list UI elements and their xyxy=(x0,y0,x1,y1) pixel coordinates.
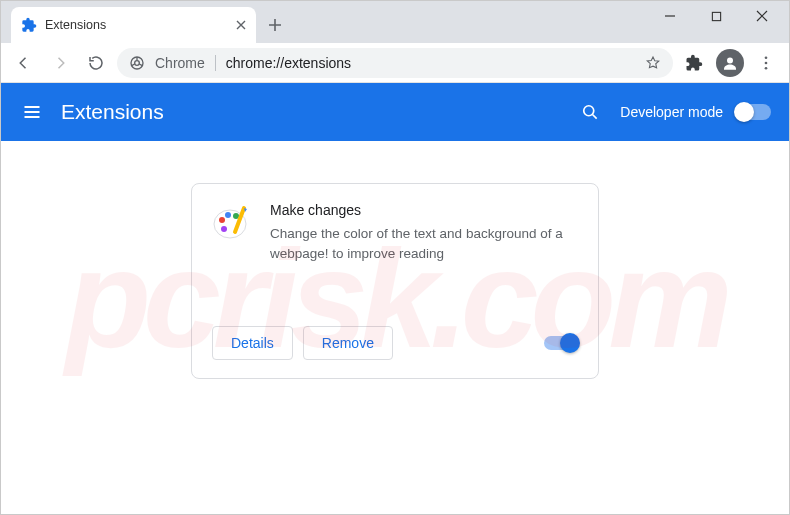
svg-point-12 xyxy=(221,226,227,232)
svg-point-3 xyxy=(727,57,733,63)
close-window-button[interactable] xyxy=(739,1,785,31)
search-icon[interactable] xyxy=(580,102,600,122)
extension-enable-toggle[interactable] xyxy=(544,336,578,350)
tab-title: Extensions xyxy=(45,18,228,32)
chrome-shield-icon xyxy=(129,55,145,71)
back-button[interactable] xyxy=(9,48,39,78)
palette-icon xyxy=(212,202,252,242)
extension-name: Make changes xyxy=(270,202,578,218)
svg-rect-0 xyxy=(712,12,720,20)
url-scheme-label: Chrome xyxy=(155,55,216,71)
svg-point-2 xyxy=(135,60,140,65)
address-bar[interactable]: Chrome chrome://extensions xyxy=(117,48,673,78)
extension-description: Change the color of the text and backgro… xyxy=(270,224,578,263)
developer-mode-label: Developer mode xyxy=(620,104,723,120)
developer-mode-toggle[interactable] xyxy=(735,104,771,120)
profile-avatar-button[interactable] xyxy=(715,48,745,78)
minimize-button[interactable] xyxy=(647,1,693,31)
svg-point-4 xyxy=(765,56,768,59)
extensions-header: Extensions Developer mode xyxy=(1,83,789,141)
browser-tab[interactable]: Extensions xyxy=(11,7,256,43)
maximize-button[interactable] xyxy=(693,1,739,31)
forward-button[interactable] xyxy=(45,48,75,78)
new-tab-button[interactable] xyxy=(260,10,290,40)
svg-point-7 xyxy=(584,106,594,116)
svg-point-10 xyxy=(225,212,231,218)
close-tab-icon[interactable] xyxy=(236,20,246,30)
puzzle-icon xyxy=(21,17,37,33)
kebab-menu-icon[interactable] xyxy=(751,48,781,78)
svg-point-9 xyxy=(219,217,225,223)
page-title: Extensions xyxy=(61,100,164,124)
hamburger-menu-icon[interactable] xyxy=(19,99,45,125)
bookmark-star-icon[interactable] xyxy=(645,55,661,71)
svg-point-6 xyxy=(765,66,768,69)
url-text: chrome://extensions xyxy=(226,55,635,71)
svg-point-5 xyxy=(765,61,768,64)
details-button[interactable]: Details xyxy=(212,326,293,360)
extension-card: Make changes Change the color of the tex… xyxy=(191,183,599,379)
reload-button[interactable] xyxy=(81,48,111,78)
extensions-puzzle-icon[interactable] xyxy=(679,48,709,78)
remove-button[interactable]: Remove xyxy=(303,326,393,360)
